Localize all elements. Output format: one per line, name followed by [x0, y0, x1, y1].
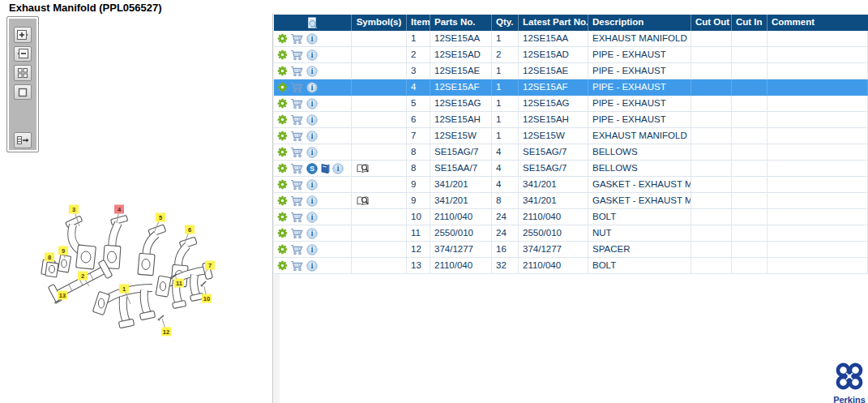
cart-icon[interactable] — [290, 163, 304, 174]
gear-icon[interactable] — [277, 114, 288, 125]
cell-comment — [768, 177, 868, 193]
info-icon[interactable]: i — [306, 49, 318, 61]
single-view-button[interactable] — [14, 84, 32, 101]
gear-icon[interactable] — [277, 260, 288, 271]
header-item: Item — [407, 15, 430, 31]
cell-cut-out — [691, 193, 732, 209]
cell-qty: 4 — [492, 177, 519, 193]
info-icon[interactable]: i — [306, 131, 318, 142]
cart-icon[interactable] — [290, 82, 304, 92]
cart-icon[interactable] — [290, 195, 304, 206]
cart-icon[interactable] — [290, 33, 304, 44]
svg-text:S: S — [310, 165, 314, 173]
cell-latest-part-no: 12SE15AG — [519, 96, 588, 112]
gear-icon[interactable] — [277, 49, 288, 60]
cart-icon[interactable] — [290, 147, 304, 157]
cell-latest-part-no: 2110/040 — [519, 258, 588, 274]
zoom-in-button[interactable] — [14, 27, 32, 43]
table-row[interactable]: i 9341/2018341/201GASKET - EXHAUST MANIF… — [274, 193, 868, 209]
info-icon[interactable]: i — [306, 260, 318, 272]
cell-latest-part-no: 2550/010 — [519, 225, 588, 242]
svg-text:i: i — [311, 148, 314, 156]
cell-description: PIPE - EXHAUST — [588, 96, 691, 112]
table-row[interactable]: i 12374/127716374/1277SPACER — [274, 242, 868, 258]
table-row[interactable]: i 312SE15AE112SE15AEPIPE - EXHAUST — [274, 63, 868, 79]
cell-comment — [768, 47, 868, 63]
gear-icon[interactable] — [277, 244, 288, 255]
info-icon[interactable]: i — [306, 66, 318, 77]
table-row[interactable]: i 102110/040242110/040BOLT — [274, 209, 868, 225]
callout-12[interactable]: 12 — [161, 319, 171, 337]
cell-comment — [768, 225, 868, 242]
info-icon[interactable]: i — [306, 179, 318, 191]
gear-icon[interactable] — [277, 195, 288, 206]
s-badge-icon[interactable]: S — [306, 163, 318, 174]
table-row[interactable]: i 712SE15W112SE15WEXHAUST MANIFOLD — [274, 128, 868, 144]
cell-item: 11 — [407, 225, 430, 242]
info-icon[interactable]: i — [306, 147, 318, 158]
info-icon[interactable]: i — [306, 98, 318, 109]
cell-latest-part-no: 12SE15AE — [519, 63, 588, 79]
table-row[interactable]: i 212SE15AD212SE15ADPIPE - EXHAUST — [274, 47, 868, 63]
cell-cut-out — [691, 225, 732, 242]
gear-icon[interactable] — [277, 131, 288, 141]
cart-icon[interactable] — [290, 212, 304, 222]
gear-icon[interactable] — [277, 228, 288, 238]
cell-comment — [768, 209, 868, 225]
table-row[interactable]: i 412SE15AF112SE15AFPIPE - EXHAUST — [274, 79, 868, 96]
gear-icon[interactable] — [277, 179, 288, 190]
info-icon[interactable]: i — [306, 33, 318, 45]
info-icon[interactable]: i — [306, 212, 318, 223]
info-icon[interactable]: i — [306, 195, 318, 207]
cell-item: 2 — [407, 47, 430, 63]
exploded-diagram: 34569827111131012 — [32, 199, 259, 349]
toggle-panel-button[interactable] — [14, 132, 32, 148]
cart-icon[interactable] — [290, 49, 304, 60]
info-icon[interactable]: i — [332, 163, 344, 174]
zoom-out-button[interactable] — [14, 46, 32, 62]
cart-icon[interactable] — [290, 114, 304, 125]
cart-icon[interactable] — [290, 179, 304, 190]
cell-item: 12 — [407, 242, 430, 258]
cart-icon[interactable] — [290, 131, 304, 141]
header-qty: Qty. — [492, 15, 519, 31]
tile-view-button[interactable] — [14, 65, 32, 81]
cart-icon[interactable] — [290, 98, 304, 109]
info-icon[interactable]: i — [306, 114, 318, 126]
gear-icon[interactable] — [277, 98, 288, 109]
cell-description: NUT — [588, 225, 691, 242]
table-row[interactable]: i 612SE15AH112SE15AHPIPE - EXHAUST — [274, 112, 868, 128]
cart-icon[interactable] — [290, 228, 304, 238]
cart-icon[interactable] — [290, 66, 304, 76]
cell-symbols — [352, 112, 407, 128]
info-icon[interactable]: i — [306, 244, 318, 255]
gear-icon[interactable] — [277, 66, 288, 76]
gear-icon[interactable] — [277, 212, 288, 222]
table-row[interactable]: i 112550/010242550/010NUT — [274, 225, 868, 242]
diagram-toolbar — [6, 16, 39, 152]
info-icon[interactable]: i — [306, 82, 318, 93]
cell-actions: i — [274, 209, 352, 225]
table-row[interactable]: i 112SE15AA112SE15AAEXHAUST MANIFOLD — [274, 31, 868, 47]
callout-13[interactable]: 13 — [58, 291, 67, 301]
cell-cut-in — [732, 209, 768, 225]
gear-icon[interactable] — [277, 147, 288, 157]
table-row[interactable]: i 512SE15AG112SE15AGPIPE - EXHAUST — [274, 96, 868, 112]
gear-icon[interactable] — [277, 33, 288, 44]
header-actions-cell[interactable] — [274, 15, 352, 31]
book-icon[interactable] — [320, 163, 330, 174]
gear-icon[interactable] — [277, 82, 288, 92]
table-row[interactable]: i 8SE15AG/74SE15AG/7BELLOWS — [274, 144, 868, 161]
cart-icon[interactable] — [290, 244, 304, 255]
cart-icon[interactable] — [290, 260, 304, 271]
table-row[interactable]: S i 8SE15AA/74SE15AG/7BELLOWS — [274, 161, 868, 177]
gear-icon[interactable] — [277, 163, 288, 174]
cell-cut-out — [691, 79, 732, 96]
info-icon[interactable]: i — [306, 228, 318, 239]
table-row[interactable]: i 9341/2014341/201GASKET - EXHAUST MANIF… — [274, 177, 868, 193]
book-magnifier-icon[interactable] — [357, 163, 370, 174]
callout-10[interactable]: 10 — [202, 286, 212, 303]
book-magnifier-icon[interactable] — [357, 195, 370, 207]
search-document-icon[interactable] — [305, 17, 320, 29]
table-row[interactable]: i 132110/040322110/040BOLT — [274, 258, 868, 274]
